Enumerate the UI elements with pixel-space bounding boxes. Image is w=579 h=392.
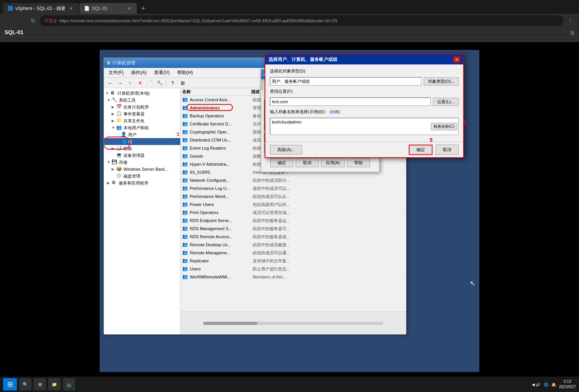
tree-localusers[interactable]: ▼ 👥 本地用户和组 [104,124,180,131]
tree-devmgr[interactable]: 💻 设备管理器 [104,152,180,159]
taskbar-start-button[interactable]: ⊞ [3,378,17,390]
location-label: 查找位置(F): [270,89,301,94]
row-winrm[interactable]: 👥 WinRMRemoteWMI... Members of this... [181,273,406,281]
input-object-container: test\cloudadmin 4 检查名称(C) [270,118,459,135]
forward-button[interactable]: → [15,15,26,26]
props-cancel-button[interactable]: 取消 [296,158,319,167]
select-cancel-button[interactable]: 取消 [436,145,459,155]
row-icon-18: 👥 [182,242,188,248]
row-name-hyperv: Hyper-V Administra... [190,162,253,166]
row-replicator[interactable]: 👥 Replicator 支持域中的文件复... [181,257,406,265]
input-object-field[interactable]: test\cloudadmin 4 [270,118,459,135]
row-netconfig[interactable]: 👥 Network Configurat... 此组中的成员部分... [181,176,406,184]
tree-icon-winbackup: 📦 [116,166,122,172]
tree-label-perf: 性能 [123,146,132,152]
tree-eventlog[interactable]: ▶ 📋 事件查看器 [104,110,180,117]
row-name-rds-mgmt: RDS Management S... [190,226,253,231]
row-rds-endpoint[interactable]: 👥 RDS Endpoint Serve... 此组中的服务器运... [181,217,406,225]
toolbar-help[interactable]: ? [168,79,177,87]
tree-label-devmgr: 设备管理器 [123,153,145,158]
tree-groups[interactable]: 👥 组 [104,138,180,145]
menu-file[interactable]: 文件(F) [105,69,127,77]
object-type-field[interactable]: 用户、服务帐户或组 [270,77,421,86]
taskbar-terminal[interactable]: 📺 [63,378,75,390]
row-rds-remote[interactable]: 👥 RDS Remote Access... 此组中的服务器使... [181,233,406,241]
tab-close-vsphere[interactable]: ✕ [68,5,74,12]
menu-help[interactable]: 帮助(H) [174,69,196,77]
reload-button[interactable]: ↻ [28,15,38,26]
row-perflog[interactable]: 👥 Performance Log U... 该组中的成员可以... [181,184,406,193]
panel-bottom-scrollbar[interactable] [181,311,406,334]
toolbar-export[interactable]: 📄 [145,79,155,87]
address-bar[interactable]: 不安全 https://vcenter.test.com/ui/webconso… [40,15,564,26]
tree-arrow-scheduler: ▶ [112,105,116,109]
back-button[interactable]: ← [3,15,14,26]
row-icon-3: 👥 [182,121,188,127]
tree-label-diskmgmt: 磁盘管理 [123,173,140,179]
toolbar-properties[interactable]: 🔧 [155,79,164,87]
check-names-button[interactable]: 检查名称(C) [431,123,457,130]
row-printops[interactable]: 👥 Print Operators 成员可以管理在域... [181,209,406,217]
tree-label-users: 用户 [128,132,137,138]
tree-label-systools: 系统工具 [119,97,136,103]
object-type-row: 选择此对象类型(S): [270,68,459,74]
tree-system-tools[interactable]: ▼ 🔧 系统工具 [104,97,180,104]
toolbar-forward[interactable]: → [115,79,125,87]
toolbar-up[interactable]: ↑ [125,79,135,87]
select-ok-button[interactable]: 确定 [409,145,433,155]
row-name-netconfig: Network Configurat... [190,178,253,183]
select-dialog-title: 选择用户、计算机、服务帐户或组 [268,56,337,63]
tree-icon-sharedfolder: 📁 [116,118,122,124]
tree-sharedfolder[interactable]: ▶ 📁 共享文件夹 [104,117,180,124]
row-users[interactable]: 👥 Users 防止用户进行意志... [181,265,406,273]
tree-storage[interactable]: ▼ 💾 存储 [104,159,180,166]
row-desc-netconfig: 此组中的成员部分... [253,178,405,183]
tree-scheduler[interactable]: ▶ 📅 任务计划程序 [104,104,180,110]
row-remote-mgmt[interactable]: 👥 Remote Manageme... 此组的成员可以通... [181,249,406,257]
taskbar-tasklist[interactable]: ⊞ [34,378,46,390]
props-apply-button[interactable]: 应用(A) [321,158,345,167]
row-remote-desktop[interactable]: 👥 Remote Desktop Us... 此组中的成员被授... [181,241,406,249]
tree-computer-mgmt[interactable]: ▼ 🖥 计算机管理(本地) [104,90,180,97]
example-link[interactable]: (示例) [330,109,340,115]
tree-services[interactable]: ▶ ⚙ 服务和应用程序 [104,180,180,186]
tree-arrow-perf: ▶ [112,147,116,150]
location-field[interactable]: test.com [270,97,431,106]
location-button[interactable]: 位置(L)... [433,98,459,106]
tree-performance[interactable]: ▶ 📊 性能 [104,145,180,152]
menu-action[interactable]: 操作(A) [128,69,150,77]
toolbar-delete[interactable]: ✕ [135,79,145,87]
row-icon-10: 👥 [182,177,188,183]
props-ok-button[interactable]: 确定 [270,158,293,167]
tab-sql01[interactable]: 📄 SQL-01 ✕ [79,3,137,14]
tab-vsphere[interactable]: 🟦 vSphere - SQL-01 - 摘要 ✕ [3,3,79,14]
row-name-powerusers: Power Users [190,202,253,207]
row-rds-mgmt[interactable]: 👥 RDS Management S... 此组中的服务器可... [181,225,406,233]
tree-users[interactable]: 👤 用户 [104,131,180,138]
tree-diskmgmt[interactable]: 💿 磁盘管理 [104,173,180,180]
taskbar-explorer[interactable]: 📁 [48,378,61,390]
tree-arrow-systools: ▼ [107,98,112,102]
toolbar-grid[interactable]: ⊞ [178,79,187,87]
new-tab-button[interactable]: + [138,3,148,14]
tree-label-winbackup: Windows Server Back... [123,167,168,171]
toolbar-back[interactable]: ← [105,79,115,87]
taskbar-search[interactable]: 🔍 [19,378,31,390]
row-icon-20: 👥 [182,258,188,264]
scrollbar-thumb[interactable] [203,322,257,325]
horizontal-scrollbar[interactable] [203,322,383,325]
tree-winbackup[interactable]: ▶ 📦 Windows Server Back... [104,166,180,173]
tree-label-groups: 组 [128,139,132,145]
tab-close-sql01[interactable]: ✕ [126,5,132,12]
row-name-backup: Backup Operators [190,114,253,118]
select-advanced-button[interactable]: 高级(A)... [270,145,302,155]
select-close-button[interactable]: ✕ [453,56,460,63]
menu-view[interactable]: 查看(V) [151,69,173,77]
props-help-btn[interactable]: 帮助 [347,158,370,167]
taskbar-network: 🌐 [544,382,548,387]
row-perfmonit[interactable]: 👥 Performance Monit... 此组的成员可以从... [181,193,406,201]
row-desc-users: 防止用户进行意志... [253,266,405,272]
object-type-button[interactable]: 对象类型(O)... [424,77,459,86]
row-powerusers[interactable]: 👥 Power Users 包括高级用户以向... [181,201,406,209]
nav-settings[interactable]: ⋮ [565,15,576,26]
